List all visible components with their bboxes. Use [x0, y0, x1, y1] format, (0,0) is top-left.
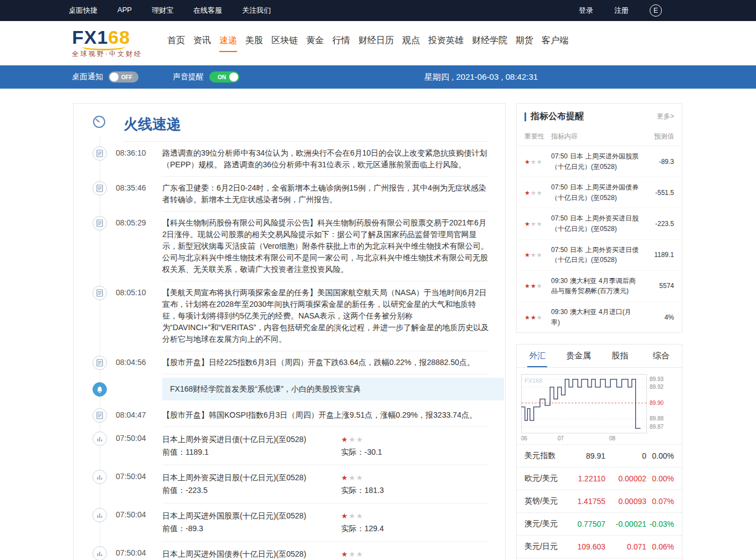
- indicator-rows: ★★★ 07:50日本上周买进外国股票（十亿日元）(至0528) -89.3 ★…: [517, 146, 682, 332]
- nav-item[interactable]: 黄金: [306, 35, 324, 52]
- document-icon: [92, 181, 107, 196]
- feed-item-text: 广东省卫健委：6月2日0-24时，全省新增本土确诊病例15例，广州报告，其中4例…: [162, 182, 489, 205]
- quote-row[interactable]: 欧元/美元 1.22110 0.00002 0.00%: [517, 467, 682, 490]
- feed-econ-body: 日本上周外资买进日股(十亿日元)(至0528) ★★★ 前值：-223.5 实际…: [162, 465, 489, 504]
- svg-text:89.87: 89.87: [650, 424, 664, 430]
- indicator-content: 09:30澳大利亚4月季调后商品与服务贸易帐(百万澳元): [551, 276, 645, 296]
- desktop-notify-toggle[interactable]: OFF: [109, 71, 138, 83]
- nav-item[interactable]: 速递: [219, 35, 237, 52]
- nav-item[interactable]: 投资英雄: [428, 35, 464, 52]
- language-icon[interactable]: E: [650, 4, 662, 17]
- accent-bar: [524, 112, 526, 121]
- nav-item[interactable]: 财经日历: [358, 35, 394, 52]
- nav-item[interactable]: 区块链: [271, 35, 298, 52]
- chart-container: FX16889.9389.9289.9089.8889.87060708: [517, 368, 682, 444]
- register-link[interactable]: 注册: [614, 6, 629, 16]
- feed-item-time: 08:05:10: [116, 288, 160, 297]
- nav-item[interactable]: 观点: [402, 35, 420, 52]
- quote-price: 0.77507: [569, 520, 605, 528]
- quote-row[interactable]: 美元/加元 1.20316 -0.00065 -0.05%: [517, 558, 682, 560]
- topbar-link[interactable]: 桌面快捷: [69, 6, 97, 16]
- star-icon: ★: [349, 435, 357, 444]
- star-icon: ★: [537, 220, 543, 227]
- quote-row[interactable]: 美元指数 89.91 0 0.00%: [517, 445, 682, 467]
- nav-item[interactable]: 资讯: [193, 35, 211, 52]
- indicator-region: 澳大利亚: [570, 277, 596, 285]
- svg-text:08: 08: [609, 435, 616, 441]
- quote-row[interactable]: 美元/日元 109.603 0.071 0.06%: [517, 535, 682, 558]
- feed-item-text: 【股市开盘】日经225指数6月3日（周四）开盘下跌63.64点，跌幅0.22%，…: [162, 357, 489, 368]
- bar-chart-icon: [92, 508, 107, 522]
- quote-price: 109.603: [569, 542, 605, 551]
- desktop-notify-label: 桌面通知: [72, 72, 103, 82]
- document-icon: [92, 408, 107, 423]
- notice-body[interactable]: FX168财经学院首发美股“系统课”，小白的美股投资宝典: [162, 378, 504, 400]
- importance-stars: ★★★: [524, 251, 551, 259]
- sound-alert-toggle[interactable]: ON: [209, 71, 239, 83]
- importance-stars: ★★★: [524, 220, 551, 228]
- feed-notice-item[interactable]: FX168财经学院首发美股“系统课”，小白的美股投资宝典: [74, 378, 505, 400]
- indicator-forecast: -223.5: [645, 220, 674, 228]
- feed-item-text: 【股市开盘】韩国KOSPI指数6月3日（周四）开盘上涨9.51点，涨幅0.29%…: [162, 409, 489, 421]
- bar-chart-icon: [92, 431, 107, 446]
- star-icon: ★: [524, 251, 531, 258]
- nav-item[interactable]: 期货: [516, 35, 533, 52]
- indicator-forecast: 5574: [645, 282, 674, 290]
- svg-text:89.88: 89.88: [650, 415, 664, 422]
- fx168-logo[interactable]: FX168 全球视野·中文财经: [72, 28, 155, 59]
- quote-change: 0.00002: [605, 474, 646, 483]
- star-icon: ★: [356, 550, 364, 558]
- star-icon: ★: [356, 435, 364, 444]
- bell-icon: [92, 382, 107, 397]
- econ-title: 日本上周外资买进日股(十亿日元)(至0528): [162, 472, 341, 484]
- star-icon: ★: [341, 474, 349, 482]
- econ-actual-value: 实际：129.4: [341, 523, 384, 535]
- svg-text:89.90: 89.90: [650, 400, 664, 406]
- star-icon: ★: [341, 550, 349, 558]
- topbar-link[interactable]: 在线客服: [193, 6, 222, 16]
- quote-row[interactable]: 澳元/美元 0.77507 -0.00021 -0.03%: [517, 512, 682, 535]
- nav-item[interactable]: 财经学院: [472, 35, 507, 52]
- econ-actual-value: 实际：181.3: [341, 485, 384, 496]
- nav-item[interactable]: 美股: [245, 35, 263, 52]
- star-icon: ★: [356, 512, 364, 520]
- nav-item[interactable]: 行情: [332, 35, 350, 52]
- quote-change: 0.071: [605, 542, 646, 551]
- indicator-card-header: 指标公布提醒 更多>: [517, 104, 682, 130]
- indicator-time: 09:30: [551, 277, 568, 285]
- nav-item[interactable]: 客户端: [542, 35, 568, 52]
- topbar-link[interactable]: APP: [117, 6, 132, 16]
- more-link[interactable]: 更多>: [657, 112, 674, 121]
- econ-previous-value: 前值：-223.5: [162, 485, 341, 496]
- star-icon: ★: [349, 474, 357, 482]
- quote-row[interactable]: 英镑/美元 1.41755 0.00093 0.07%: [517, 490, 682, 512]
- indicator-row: ★★★ 09:30澳大利亚4月进口(月率) 4%: [517, 301, 682, 332]
- importance-stars: ★★★: [524, 314, 551, 321]
- notice-text: FX168财经学院首发美股“系统课”，小白的美股投资宝典: [170, 384, 361, 393]
- feed-econ-item: 07:50:04 日本上周买进外国股票(十亿日元)(至0528) ★★★ 前值：…: [74, 504, 505, 542]
- page-title: 火线速递: [124, 115, 489, 134]
- star-icon: ★: [356, 474, 364, 482]
- indicator-forecast: -551.5: [645, 189, 674, 197]
- market-tab[interactable]: 贵金属: [558, 345, 600, 367]
- market-card: 外汇贵金属股指综合 FX16889.9389.9289.9089.8889.87…: [516, 344, 682, 560]
- market-tab[interactable]: 外汇: [517, 345, 558, 367]
- econ-title-row: 日本上周外资买进日股(十亿日元)(至0528) ★★★: [162, 472, 489, 484]
- feed-item-body: 广东省卫健委：6月2日0-24时，全省新增本土确诊病例15例，广州报告，其中4例…: [162, 177, 489, 212]
- topbar-right: 登录 注册 E: [579, 4, 662, 17]
- login-link[interactable]: 登录: [579, 6, 593, 16]
- main-header: FX168 全球视野·中文财经 首页资讯速递美股区块链黄金行情财经日历观点投资英…: [0, 21, 756, 65]
- nav-item[interactable]: 首页: [167, 35, 185, 52]
- importance-stars: ★★★: [341, 434, 364, 445]
- indicator-row: ★★★ 07:50日本上周外资买进日债（十亿日元）(至0528) 1189.1: [517, 239, 682, 270]
- topbar-link[interactable]: 理财宝: [152, 6, 173, 16]
- topbar-link[interactable]: 关注我们: [242, 6, 271, 16]
- star-icon: ★: [524, 314, 531, 321]
- econ-value-row: 前值：-223.5 实际：181.3: [162, 485, 489, 496]
- market-tab[interactable]: 股指: [599, 345, 641, 367]
- indicator-time: 07:50: [551, 183, 568, 191]
- market-tab[interactable]: 综合: [641, 345, 682, 367]
- market-tabs: 外汇贵金属股指综合: [517, 345, 682, 368]
- feed-item-time: 07:50:04: [116, 434, 160, 443]
- quote-change: 0.00093: [605, 497, 646, 506]
